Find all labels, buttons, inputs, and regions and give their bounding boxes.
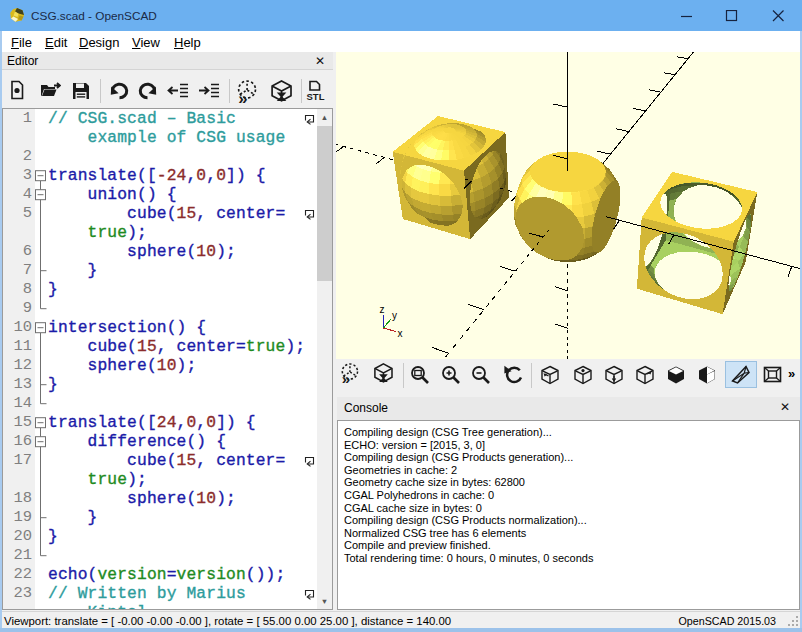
svg-text:»: » <box>342 370 350 387</box>
svg-text:STL: STL <box>307 91 325 102</box>
svg-text:y: y <box>392 310 397 321</box>
svg-text:»: » <box>238 89 247 103</box>
svg-text:z: z <box>380 304 385 315</box>
svg-text:x: x <box>398 328 403 339</box>
